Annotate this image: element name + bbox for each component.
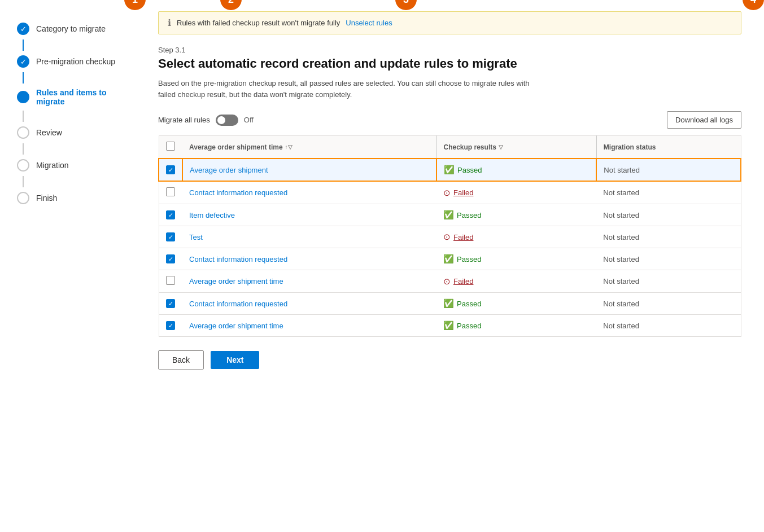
download-all-logs-button[interactable]: Download all logs bbox=[667, 111, 741, 129]
status-failed: ⊙Failed bbox=[443, 188, 590, 198]
rule-name-link[interactable]: Contact information requested bbox=[189, 255, 287, 263]
rule-name-link[interactable]: Average order shipment time bbox=[189, 277, 283, 285]
row-checkup: ⊙Failed bbox=[436, 270, 596, 293]
sidebar-icon-migration bbox=[17, 159, 29, 172]
status-failed: ⊙Failed bbox=[443, 232, 590, 242]
rule-name-link[interactable]: Average order shipment bbox=[190, 166, 268, 174]
sort-icon[interactable]: ↑▽ bbox=[285, 144, 292, 150]
failed-text: Failed bbox=[453, 277, 473, 285]
failed-icon: ⊙ bbox=[443, 232, 451, 242]
status-failed: ⊙Failed bbox=[443, 276, 590, 287]
back-button[interactable]: Back bbox=[158, 350, 204, 370]
passed-icon: ✅ bbox=[443, 320, 454, 331]
row-checkbox[interactable]: ✓ bbox=[166, 210, 175, 219]
sidebar-icon-finish bbox=[17, 192, 29, 204]
toggle-state-label: Off bbox=[244, 116, 254, 124]
row-checkbox-cell: ✓ bbox=[159, 159, 182, 181]
sidebar-item-migration[interactable]: Migration bbox=[17, 159, 136, 172]
failed-text: Failed bbox=[453, 233, 473, 241]
table-header-row: Average order shipment time ↑▽ Checkup r… bbox=[159, 136, 741, 159]
migrate-toggle-group: Migrate all rules Off bbox=[158, 115, 254, 126]
rules-table: Average order shipment time ↑▽ Checkup r… bbox=[158, 135, 741, 337]
sidebar-label-rules: Rules and items to migrate bbox=[36, 88, 136, 106]
sidebar-label-migration: Migration bbox=[36, 161, 69, 170]
row-checkbox[interactable]: ✓ bbox=[166, 232, 175, 241]
rule-name-link[interactable]: Contact information requested bbox=[189, 300, 287, 308]
callout-message: Rules with failed checkup result won't m… bbox=[177, 19, 340, 27]
sidebar-label-category: Category to migrate bbox=[36, 24, 106, 33]
row-checkup: ✅Passed bbox=[436, 204, 596, 226]
sidebar-icon-rules bbox=[17, 91, 29, 103]
row-migration-status: Not started bbox=[596, 270, 741, 293]
row-checkbox-cell: ✓ bbox=[159, 226, 182, 248]
row-checkup: ⊙Failed bbox=[436, 226, 596, 248]
step-label: Step 3.1 bbox=[158, 46, 741, 54]
row-name: Average order shipment time bbox=[182, 270, 436, 293]
step-title: Select automatic record creation and upd… bbox=[158, 56, 741, 71]
row-checkup: ✅Passed bbox=[436, 293, 596, 315]
row-checkbox[interactable]: ✓ bbox=[166, 165, 175, 174]
sidebar-item-category[interactable]: ✓ Category to migrate bbox=[17, 23, 136, 35]
row-migration-status: Not started bbox=[596, 315, 741, 337]
sidebar-connector-3 bbox=[23, 111, 24, 122]
info-icon: ℹ bbox=[168, 17, 171, 28]
sidebar-label-finish: Finish bbox=[36, 194, 57, 203]
callout-banner: ℹ Rules with failed checkup result won't… bbox=[158, 11, 741, 34]
sidebar-icon-premigration: ✓ bbox=[17, 55, 29, 68]
toggle-knob bbox=[217, 116, 225, 124]
row-name: Contact information requested bbox=[182, 181, 436, 204]
row-checkup: ⊙Failed bbox=[436, 181, 596, 204]
sidebar-item-review[interactable]: Review bbox=[17, 126, 136, 139]
annotation-2: 2 bbox=[220, 0, 242, 10]
row-checkbox[interactable]: ✓ bbox=[166, 321, 175, 330]
filter-icon-checkup[interactable]: ▽ bbox=[499, 144, 503, 150]
header-name: Average order shipment time ↑▽ bbox=[182, 136, 436, 159]
next-button[interactable]: Next bbox=[211, 351, 259, 369]
unselect-rules-link[interactable]: Unselect rules bbox=[346, 19, 392, 27]
sidebar-connector-5 bbox=[23, 176, 24, 187]
sidebar-label-review: Review bbox=[36, 128, 62, 137]
sidebar-connector-1 bbox=[23, 39, 24, 51]
row-checkbox-cell bbox=[159, 270, 182, 293]
step-description: Based on the pre-migration checkup resul… bbox=[158, 78, 542, 100]
row-checkbox-cell: ✓ bbox=[159, 315, 182, 337]
header-checkup: Checkup results ▽ bbox=[436, 136, 596, 159]
rule-name-link[interactable]: Test bbox=[189, 233, 203, 241]
page-wrapper: ✓ Category to migrate ✓ Pre-migration ch… bbox=[0, 0, 764, 532]
status-passed: ✅Passed bbox=[443, 320, 590, 331]
status-passed: ✅Passed bbox=[443, 298, 590, 309]
passed-icon: ✅ bbox=[443, 298, 454, 309]
row-migration-status: Not started bbox=[596, 181, 741, 204]
rule-name-link[interactable]: Contact information requested bbox=[189, 188, 287, 197]
row-checkup: ✅Passed bbox=[436, 248, 596, 270]
row-migration-status: Not started bbox=[596, 159, 741, 181]
status-passed: ✅Passed bbox=[444, 165, 589, 175]
annotation-4: 4 bbox=[743, 0, 764, 10]
passed-icon: ✅ bbox=[444, 165, 455, 175]
table-row: ✓Average order shipment✅PassedNot starte… bbox=[159, 159, 741, 181]
rule-name-link[interactable]: Average order shipment time bbox=[189, 322, 283, 330]
passed-icon: ✅ bbox=[443, 210, 454, 220]
sidebar-connector-2 bbox=[23, 72, 24, 83]
sidebar-connector-4 bbox=[23, 143, 24, 155]
row-name: Test bbox=[182, 226, 436, 248]
failed-text: Failed bbox=[453, 188, 473, 197]
row-checkbox[interactable]: ✓ bbox=[166, 254, 175, 263]
row-checkbox[interactable]: ✓ bbox=[166, 299, 175, 308]
header-checkbox-cell bbox=[159, 136, 182, 159]
sidebar: ✓ Category to migrate ✓ Pre-migration ch… bbox=[0, 0, 147, 532]
header-checkbox[interactable] bbox=[166, 142, 175, 151]
failed-icon: ⊙ bbox=[443, 188, 451, 198]
sidebar-item-premigration[interactable]: ✓ Pre-migration checkup bbox=[17, 55, 136, 68]
failed-icon: ⊙ bbox=[443, 276, 451, 287]
rule-name-link[interactable]: Item defective bbox=[189, 211, 235, 219]
row-checkbox[interactable] bbox=[166, 276, 175, 285]
migrate-all-label: Migrate all rules bbox=[158, 116, 210, 124]
sidebar-item-rules[interactable]: Rules and items to migrate bbox=[17, 88, 136, 106]
sidebar-item-finish[interactable]: Finish bbox=[17, 192, 136, 204]
row-migration-status: Not started bbox=[596, 226, 741, 248]
row-checkbox[interactable] bbox=[166, 187, 175, 196]
toolbar-row: Migrate all rules Off Download all logs bbox=[158, 111, 741, 129]
table-row: ✓Item defective✅PassedNot started bbox=[159, 204, 741, 226]
migrate-all-toggle[interactable] bbox=[216, 115, 238, 126]
